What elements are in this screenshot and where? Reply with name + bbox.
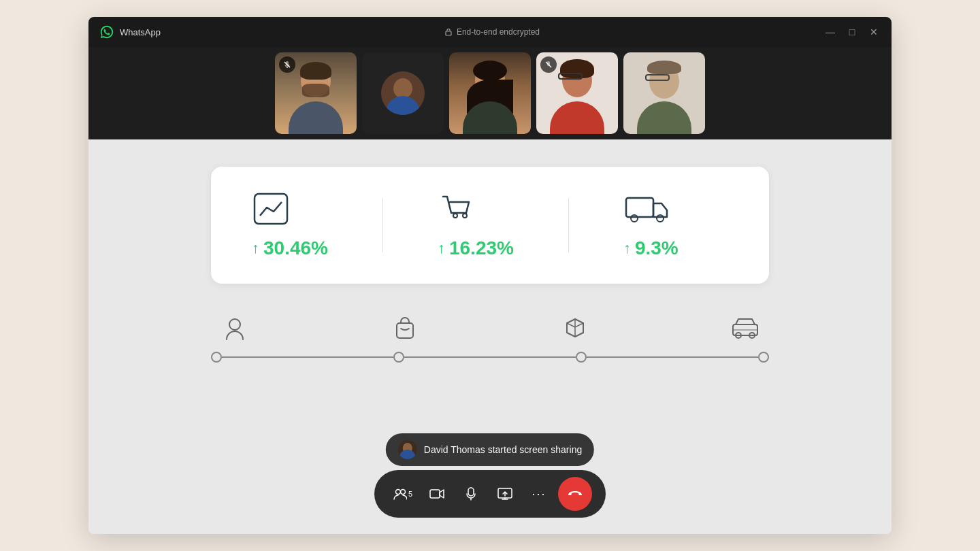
toast-message: David Thomas started screen sharing xyxy=(424,444,582,455)
title-bar-left: WhatsApp xyxy=(99,24,161,39)
participants-button[interactable]: 5 xyxy=(388,479,418,509)
participant-thumb-3[interactable] xyxy=(449,52,531,134)
truck-icon xyxy=(623,191,672,227)
cart-icon xyxy=(438,191,476,227)
stat-value-cart: ↑ 16.23% xyxy=(438,237,514,259)
chart-icon xyxy=(252,191,290,227)
bag-icon xyxy=(394,316,416,341)
svg-rect-20 xyxy=(430,490,440,498)
mute-badge-4 xyxy=(540,56,557,73)
app-window: WhatsApp End-to-end endcrypted — □ ✕ xyxy=(88,17,892,534)
timeline-line-1 xyxy=(222,356,393,358)
mute-button[interactable] xyxy=(456,479,486,509)
screenshare-button[interactable] xyxy=(490,479,520,509)
arrow-up-delivery: ↑ xyxy=(623,239,631,257)
box-icon xyxy=(564,316,586,341)
end-call-icon xyxy=(567,490,583,498)
more-icon: ··· xyxy=(532,487,546,501)
timeline-dot-2 xyxy=(393,352,404,363)
stat-item-cart: ↑ 16.23% xyxy=(438,191,514,259)
screenshare-icon xyxy=(497,488,512,500)
david-thomas-avatar xyxy=(381,71,425,115)
timeline-dot-3 xyxy=(576,352,587,363)
stat-value-revenue: ↑ 30.46% xyxy=(252,237,328,259)
whatsapp-logo xyxy=(99,24,114,39)
svg-point-11 xyxy=(657,215,664,222)
title-bar: WhatsApp End-to-end endcrypted — □ ✕ xyxy=(88,17,892,47)
stat-item-delivery: ↑ 9.3% xyxy=(623,191,679,259)
microphone-icon xyxy=(466,487,476,501)
toast-notification: David Thomas started screen sharing xyxy=(386,433,594,466)
lock-icon xyxy=(444,28,453,36)
video-button[interactable] xyxy=(422,479,452,509)
stat-item-revenue: ↑ 30.46% xyxy=(252,191,328,259)
timeline-dot-4 xyxy=(758,352,769,363)
timeline-section xyxy=(211,316,769,363)
stat-divider-1 xyxy=(382,198,383,252)
participant-thumb-2[interactable] xyxy=(362,52,444,134)
main-content: ↑ 30.46% ↑ 16.23% xyxy=(88,139,892,534)
end-call-button[interactable] xyxy=(558,477,592,511)
arrow-up-cart: ↑ xyxy=(438,239,445,257)
timeline-line-3 xyxy=(587,356,758,358)
mute-badge-1 xyxy=(279,56,295,73)
mic-off-icon-4 xyxy=(544,61,553,69)
more-button[interactable]: ··· xyxy=(524,479,554,509)
close-button[interactable]: ✕ xyxy=(867,25,881,39)
timeline-icon-person xyxy=(218,316,252,341)
timeline-icon-car xyxy=(728,316,762,341)
car-icon xyxy=(732,316,759,341)
timeline-icon-box xyxy=(558,316,592,341)
timeline-dot-1 xyxy=(211,352,222,363)
participant-thumb-5[interactable] xyxy=(623,52,705,134)
svg-rect-6 xyxy=(255,194,287,224)
control-bar: 5 xyxy=(374,470,606,518)
svg-point-10 xyxy=(631,215,638,222)
encryption-indicator: End-to-end endcrypted xyxy=(161,27,823,37)
svg-point-18 xyxy=(395,490,400,495)
stats-card: ↑ 30.46% ↑ 16.23% xyxy=(211,167,769,284)
participant-thumb-4[interactable] xyxy=(536,52,618,134)
timeline-icons xyxy=(211,316,769,341)
svg-rect-0 xyxy=(446,31,451,35)
timeline-line-2 xyxy=(404,356,576,358)
stat-divider-2 xyxy=(568,198,569,252)
person-icon xyxy=(224,316,246,341)
minimize-button[interactable]: — xyxy=(823,25,837,39)
svg-rect-9 xyxy=(626,198,653,217)
svg-point-19 xyxy=(400,490,405,495)
svg-point-7 xyxy=(453,214,457,218)
participants-icon xyxy=(393,488,407,500)
encryption-label: End-to-end endcrypted xyxy=(457,27,540,37)
timeline-line-row xyxy=(211,352,769,363)
arrow-up-revenue: ↑ xyxy=(252,239,259,257)
app-title: WhatsApp xyxy=(120,27,161,37)
svg-point-12 xyxy=(229,319,240,330)
title-bar-controls: — □ ✕ xyxy=(823,25,881,39)
svg-point-8 xyxy=(463,214,467,218)
participant-thumb-1[interactable] xyxy=(275,52,357,134)
video-icon xyxy=(429,488,444,499)
svg-rect-21 xyxy=(468,488,474,496)
toast-avatar xyxy=(398,440,417,459)
stat-value-delivery: ↑ 9.3% xyxy=(623,237,679,259)
participants-count: 5 xyxy=(408,490,412,498)
participants-strip xyxy=(88,47,892,139)
mic-off-icon-1 xyxy=(283,61,291,69)
timeline-icon-bag xyxy=(388,316,422,341)
maximize-button[interactable]: □ xyxy=(845,25,859,39)
